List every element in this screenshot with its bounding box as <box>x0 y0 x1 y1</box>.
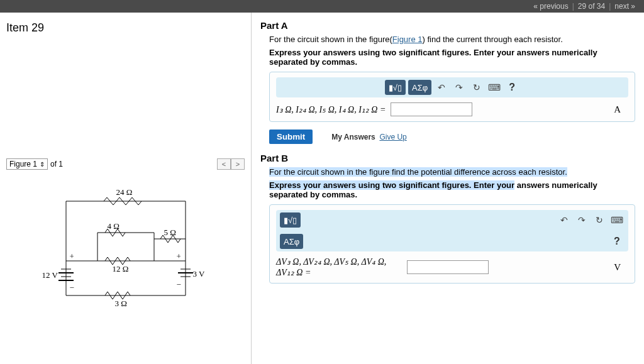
next-link[interactable]: next » <box>611 2 639 11</box>
give-up-link[interactable]: Give Up <box>379 133 406 141</box>
greek-button[interactable]: ΑΣφ <box>408 80 431 95</box>
answer-lhs-b: ΔV₃ Ω, ΔV₂₄ Ω, ΔV₅ Ω, ΔV₄ Ω, ΔV₁₂ Ω = <box>276 256 402 278</box>
answer-input-b[interactable] <box>407 260 489 274</box>
label-r5: 5 Ω <box>164 228 176 238</box>
answer-row-a: I₃ Ω, I₂₄ Ω, I₅ Ω, I₄ Ω, I₁₂ Ω = A <box>276 102 628 116</box>
help-icon[interactable]: ? <box>609 234 625 249</box>
answer-box-a: ▮√▯ ΑΣφ ↶ ↷ ↻ ⌨ ? I₃ Ω, I₂₄ Ω, I₅ Ω, I₄ … <box>269 72 635 122</box>
figure-link[interactable]: Figure 1 <box>392 35 423 44</box>
figure-select[interactable]: Figure 1 ⇕ <box>6 158 48 170</box>
label-r4: 4 Ω <box>108 221 119 231</box>
figure-nav: < > <box>217 158 245 170</box>
part-b-title: Part B <box>260 153 635 163</box>
submit-row-a: Submit My Answers Give Up <box>269 127 635 146</box>
redo-icon[interactable]: ↷ <box>452 80 467 95</box>
left-panel: Item 29 Figure 1 ⇕ of 1 < > <box>0 13 252 364</box>
part-a-prompt2: Express your answers using two significa… <box>269 48 635 67</box>
figure-prev-button[interactable]: < <box>217 158 231 170</box>
answer-toolbar: ▮√▯ ↶ ↷ ↻ ⌨ ΑΣφ ? <box>276 210 628 251</box>
part-a: Part A For the circuit shown in the figu… <box>260 20 635 146</box>
figure-next-button[interactable]: > <box>231 158 245 170</box>
greek-button[interactable]: ΑΣφ <box>280 234 303 249</box>
submit-button[interactable]: Submit <box>269 130 313 144</box>
plus-icon: + <box>177 251 181 262</box>
figure-area: 24 Ω 4 Ω 5 Ω 12 Ω 3 Ω 12 V 3 V + − + − <box>25 189 226 314</box>
part-b-prompt2: Express your answers using two significa… <box>269 180 635 199</box>
reset-icon[interactable]: ↻ <box>469 80 484 95</box>
plus-icon: + <box>70 251 74 262</box>
part-b: Part B For the circuit shown in the figu… <box>260 153 635 284</box>
template-icon[interactable]: ▮√▯ <box>385 80 406 95</box>
nav-position: 29 of 34 <box>574 2 609 11</box>
label-v3: 3 V <box>193 269 205 279</box>
right-panel: Part A For the circuit shown in the figu… <box>252 13 644 364</box>
keyboard-icon[interactable]: ⌨ <box>487 80 502 95</box>
label-v12: 12 V <box>42 270 58 280</box>
answer-input-a[interactable] <box>391 102 472 116</box>
minus-icon: − <box>70 283 74 293</box>
prev-link[interactable]: « previous <box>530 2 572 11</box>
help-icon[interactable]: ? <box>504 80 519 95</box>
part-a-text: ) find the current through each resistor… <box>423 35 563 44</box>
my-answers-label: My Answers <box>331 133 375 141</box>
redo-icon[interactable]: ↷ <box>574 212 589 228</box>
answer-unit-b: V <box>614 262 628 273</box>
answer-row-b: ΔV₃ Ω, ΔV₂₄ Ω, ΔV₅ Ω, ΔV₄ Ω, ΔV₁₂ Ω = V <box>276 256 628 278</box>
part-a-prompt1: For the circuit shown in the figure(Figu… <box>269 35 635 44</box>
undo-icon[interactable]: ↶ <box>434 80 449 95</box>
updown-icon: ⇕ <box>40 161 45 168</box>
item-title: Item 29 <box>0 13 251 43</box>
template-icon[interactable]: ▮√▯ <box>280 212 301 228</box>
figure-select-label: Figure 1 <box>9 160 37 168</box>
part-a-text: For the circuit shown in the figure( <box>269 35 392 44</box>
keyboard-icon[interactable]: ⌨ <box>609 212 625 228</box>
figure-of: of 1 <box>50 160 63 168</box>
answer-links: My Answers Give Up <box>331 133 407 141</box>
top-nav: « previous | 29 of 34 | next » <box>0 0 644 13</box>
minus-icon: − <box>177 280 181 290</box>
label-r24: 24 Ω <box>116 187 133 197</box>
part-a-title: Part A <box>260 20 635 31</box>
part-b-prompt1: For the circuit shown in the figure find… <box>269 167 635 177</box>
figure-selector-row: Figure 1 ⇕ of 1 < > <box>0 158 251 170</box>
main: Item 29 Figure 1 ⇕ of 1 < > <box>0 13 644 364</box>
part-b-text-hl: For the circuit shown in the figure find… <box>269 167 567 177</box>
answer-toolbar: ▮√▯ ΑΣφ ↶ ↷ ↻ ⌨ ? <box>276 77 628 97</box>
label-r12: 12 Ω <box>113 264 129 274</box>
answer-unit-a: A <box>614 104 628 115</box>
undo-icon[interactable]: ↶ <box>557 212 572 228</box>
circuit-diagram: 24 Ω 4 Ω 5 Ω 12 Ω 3 Ω 12 V 3 V + − + − <box>47 189 204 314</box>
answer-lhs-a: I₃ Ω, I₂₄ Ω, I₅ Ω, I₄ Ω, I₁₂ Ω = <box>276 104 386 115</box>
part-b-text-hl: Express your answers using two significa… <box>269 180 514 190</box>
reset-icon[interactable]: ↻ <box>592 212 607 228</box>
label-r3: 3 Ω <box>115 299 127 309</box>
answer-box-b: ▮√▯ ↶ ↷ ↻ ⌨ ΑΣφ ? ΔV₃ Ω, ΔV₂₄ Ω, ΔV₅ Ω, … <box>269 204 635 284</box>
